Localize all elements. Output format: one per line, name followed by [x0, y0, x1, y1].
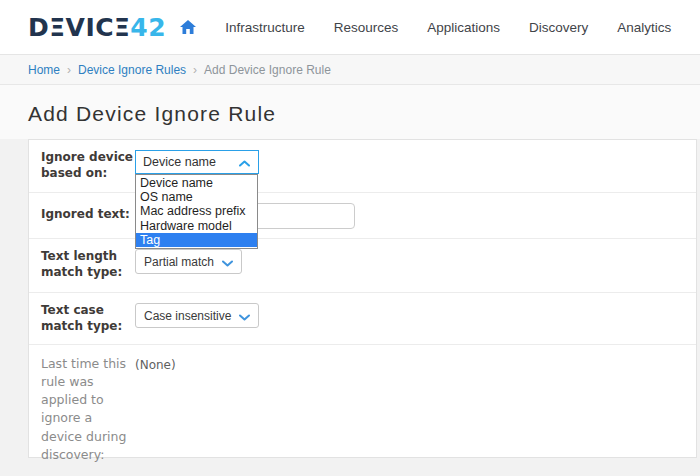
dropdown-option-device-name[interactable]: Device name	[136, 176, 257, 190]
chevron-down-icon	[239, 307, 250, 325]
breadcrumb: Home › Device Ignore Rules › Add Device …	[0, 55, 700, 85]
nav-item-applications[interactable]: Applications	[427, 20, 500, 35]
logo-text-accent: 42	[130, 13, 166, 42]
chevron-down-icon	[222, 253, 233, 271]
page-title: Add Device Ignore Rule	[28, 102, 700, 126]
nav-item-infrastructure[interactable]: Infrastructure	[225, 20, 305, 35]
breadcrumb-separator: ›	[193, 63, 197, 77]
dropdown-option-os-name[interactable]: OS name	[136, 190, 257, 204]
last-applied-value: (None)	[135, 358, 176, 372]
breadcrumb-separator: ›	[67, 63, 71, 77]
device42-logo[interactable]: DΞVICΞ42	[28, 13, 166, 42]
text-length-select[interactable]: Partial match	[135, 249, 242, 274]
form-row-last-applied: Last time this rule was applied to ignor…	[29, 345, 696, 457]
text-case-select[interactable]: Case insensitive	[135, 303, 259, 328]
home-icon[interactable]	[180, 20, 196, 35]
dropdown-option-tag[interactable]: Tag	[136, 233, 257, 247]
ignore-device-select-value: Device name	[143, 155, 216, 169]
form-row-ignore-device: Ignore device based on: Device name Devi…	[29, 140, 696, 193]
ignore-device-dropdown: Device name OS name Mac address prefix H…	[135, 174, 258, 249]
nav-item-analytics[interactable]: Analytics	[617, 20, 671, 35]
form-row-text-length: Text length match type: Partial match	[29, 239, 696, 293]
text-length-select-value: Partial match	[144, 255, 214, 269]
ignored-text-label: Ignored text:	[41, 203, 135, 238]
form-row-ignored-text: Ignored text:	[29, 193, 696, 239]
ignore-device-select[interactable]: Device name	[135, 150, 259, 174]
dropdown-option-hardware-model[interactable]: Hardware model	[136, 219, 257, 233]
form-row-text-case: Text case match type: Case insensitive	[29, 293, 696, 345]
add-ignore-rule-form: Ignore device based on: Device name Devi…	[28, 139, 697, 458]
ignore-device-label: Ignore device based on:	[41, 150, 135, 192]
top-navbar: DΞVICΞ42 Infrastructure Resources Applic…	[0, 0, 700, 55]
last-applied-label: Last time this rule was applied to ignor…	[41, 355, 133, 457]
text-case-select-value: Case insensitive	[144, 309, 231, 323]
logo-text-dark: DΞVICΞ	[28, 13, 130, 42]
nav-item-resources[interactable]: Resources	[334, 20, 399, 35]
text-length-label: Text length match type:	[41, 249, 135, 292]
nav-item-discovery[interactable]: Discovery	[529, 20, 588, 35]
dropdown-option-mac-address-prefix[interactable]: Mac address prefix	[136, 204, 257, 218]
breadcrumb-home-link[interactable]: Home	[28, 63, 60, 77]
nav-menu: Infrastructure Resources Applications Di…	[196, 20, 700, 35]
breadcrumb-rules-link[interactable]: Device Ignore Rules	[78, 63, 186, 77]
chevron-up-icon	[239, 153, 250, 171]
text-case-label: Text case match type:	[41, 303, 135, 344]
title-band: Add Device Ignore Rule	[0, 85, 700, 139]
breadcrumb-current-page: Add Device Ignore Rule	[204, 63, 331, 77]
